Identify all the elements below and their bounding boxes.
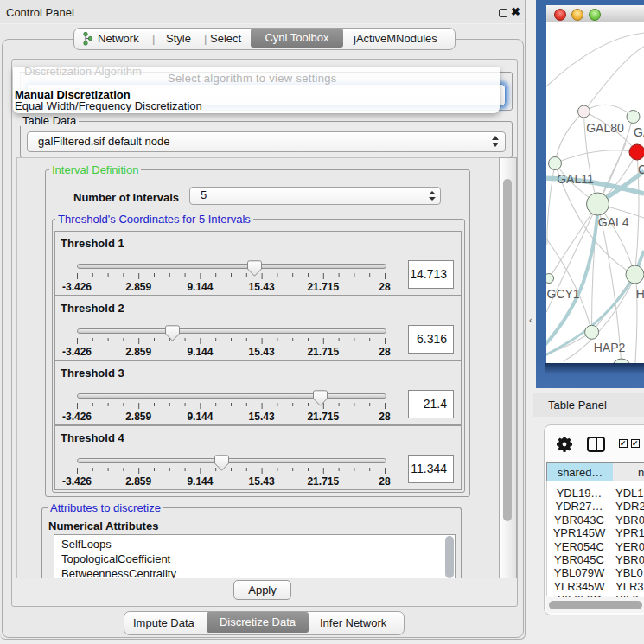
svg-text:GAL4: GAL4 <box>598 215 629 229</box>
svg-text:HAP2: HAP2 <box>594 341 626 354</box>
svg-text:GAL11: GAL11 <box>557 172 594 186</box>
svg-text:GCY1: GCY1 <box>547 287 580 301</box>
svg-text:GAL80: GAL80 <box>586 121 624 135</box>
svg-text:C: C <box>638 163 644 176</box>
svg-text:GAL3: GAL3 <box>634 125 644 139</box>
svg-text:H: H <box>636 287 644 301</box>
